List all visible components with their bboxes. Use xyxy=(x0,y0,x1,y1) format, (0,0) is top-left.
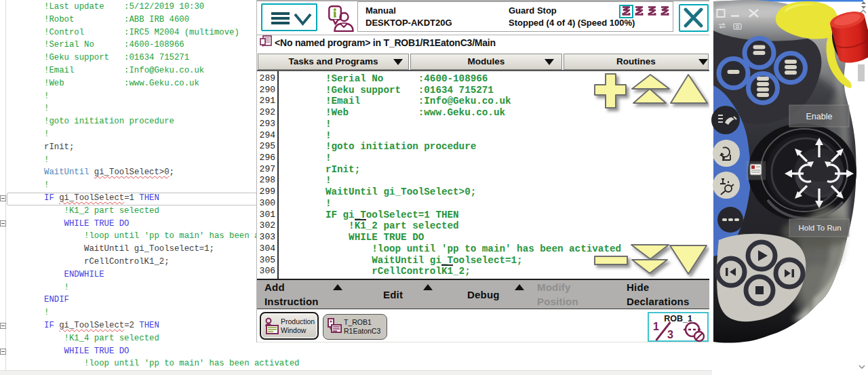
svg-text:Hold To Run: Hold To Run xyxy=(798,224,841,232)
svg-text:Enable: Enable xyxy=(806,112,833,121)
